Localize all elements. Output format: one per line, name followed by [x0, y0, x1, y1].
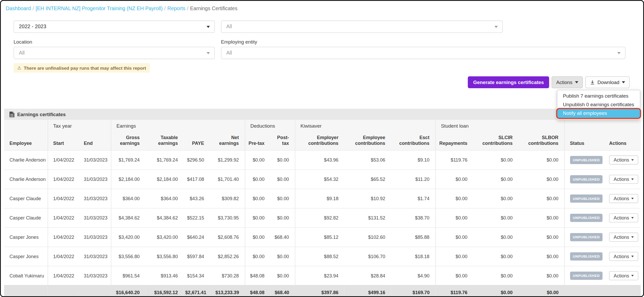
table-row: Casper Claude1/04/202231/03/2023$4,384.6…: [4, 208, 641, 228]
cell-taxable: $364.00: [146, 189, 184, 208]
column-header-start: Start: [48, 132, 78, 150]
cell-start: 1/04/2022: [48, 228, 78, 247]
cell-kiwi_employee: $102.60: [344, 228, 391, 247]
cell-kiwi_employee: $10.92: [344, 189, 391, 208]
cell-repayments: $0.00: [435, 266, 473, 285]
row-actions-button[interactable]: Actions: [609, 252, 638, 261]
cell-net: $1,299.92: [210, 150, 245, 170]
column-header-employee: Employee: [4, 132, 48, 150]
cell-end: 31/03/2023: [78, 208, 111, 228]
app-window: Dashboard/[EH INTERNAL NZ] Progenitor Tr…: [0, 0, 644, 297]
location-label: Location: [14, 39, 32, 45]
group-header-empty: [564, 120, 641, 132]
cell-slbor: $0.00: [518, 266, 564, 285]
secondary-filter-select[interactable]: All: [221, 21, 503, 33]
menu-item[interactable]: Publish 7 earnings certificates: [557, 92, 640, 100]
total-kiwi_employee: $499.16: [344, 285, 391, 297]
total-net: $13,233.39: [210, 285, 245, 297]
column-header-esct: Esct contributions: [391, 132, 436, 150]
warning-text: There are unfinalised pay runs that may …: [24, 66, 146, 70]
employing-entity-label: Employing entity: [221, 39, 257, 45]
total-esct: $169.70: [391, 285, 436, 297]
table-row: Charlie Anderson1/04/202231/03/2023$1,76…: [4, 150, 641, 170]
group-header: Kiwisaver: [295, 120, 436, 132]
cell-employee: Charlie Anderson: [4, 170, 48, 189]
cell-paye: $417.08: [184, 170, 210, 189]
unfinalised-payruns-warning: ⚠ There are unfinalised pay runs that ma…: [14, 63, 150, 73]
cell-taxable: $913.46: [146, 266, 184, 285]
chevron-down-icon: [631, 159, 634, 161]
breadcrumb-item[interactable]: Reports: [167, 6, 185, 11]
cell-gross: $4,384.62: [111, 208, 145, 228]
group-header-row: Tax yearEarningsDeductionsKiwisaverStude…: [4, 120, 641, 132]
actions-dropdown-button[interactable]: Actions: [552, 76, 583, 88]
column-header-net: Net earnings: [210, 132, 245, 150]
earnings-certificates-table: Tax yearEarningsDeductionsKiwisaverStude…: [4, 120, 641, 297]
row-actions-button[interactable]: Actions: [609, 175, 638, 184]
cell-net: $1,701.40: [210, 170, 245, 189]
column-header-slcir: SLCIR contributions: [473, 132, 518, 150]
cell-posttax: $68.40: [270, 228, 295, 247]
table-row: Casper Jones1/04/202231/03/2023$3,420.00…: [4, 228, 641, 247]
column-header-taxable: Taxable earnings: [146, 132, 184, 150]
menu-item[interactable]: Notify all employees: [557, 109, 640, 118]
total-taxable: $16,592.12: [146, 285, 184, 297]
generate-earnings-certificates-button[interactable]: Generate earnings certificates: [468, 76, 549, 88]
cell-slcir: $0.00: [473, 170, 518, 189]
cell-pretax: $0.00: [245, 228, 270, 247]
cell-start: 1/04/2022: [48, 170, 78, 189]
cell-kiwi_employer: $85.12: [295, 228, 344, 247]
employing-entity-value: All: [226, 50, 232, 56]
menu-item[interactable]: Unpublish 0 earnings certificates: [557, 100, 640, 109]
cell-posttax: $0.00: [270, 266, 295, 285]
cell-end: 31/03/2023: [78, 189, 111, 208]
breadcrumb-item[interactable]: [EH INTERNAL NZ] Progenitor Training (NZ…: [36, 6, 163, 11]
cell-taxable: $2,184.00: [146, 170, 184, 189]
chevron-down-icon: [631, 275, 634, 276]
group-header: Student loan: [435, 120, 564, 132]
download-icon: [590, 80, 595, 85]
status-badge: UNPUBLISHED: [570, 175, 602, 183]
total-slcir: $0.00: [473, 285, 518, 297]
chevron-down-icon: [631, 236, 634, 238]
row-actions-button[interactable]: Actions: [609, 156, 638, 165]
location-select[interactable]: All: [14, 47, 215, 59]
row-actions-button[interactable]: Actions: [609, 213, 638, 222]
total-repayments: $119.76: [435, 285, 473, 297]
row-actions-button[interactable]: Actions: [609, 233, 638, 242]
cell-actions: Actions: [604, 266, 641, 285]
status-badge: UNPUBLISHED: [570, 214, 602, 222]
cell-taxable: $3,420.00: [146, 228, 184, 247]
row-actions-button[interactable]: Actions: [609, 194, 638, 203]
cell-employee: Casper Claude: [4, 189, 48, 208]
actions-menu: Publish 7 earnings certificatesUnpublish…: [557, 90, 640, 120]
table-row: Casper Jones1/04/202231/03/2023$3,556.80…: [4, 247, 641, 266]
row-actions-button[interactable]: Actions: [609, 271, 638, 280]
cell-esct: $85.88: [391, 228, 436, 247]
cell-posttax: $0.00: [270, 247, 295, 266]
total-slbor: $0.00: [518, 285, 564, 297]
cell-repayments: $0.00: [435, 208, 473, 228]
chevron-down-icon: [631, 179, 634, 180]
chevron-down-icon: [622, 81, 625, 83]
toolbar: Generate earnings certificates Actions D…: [468, 76, 630, 88]
breadcrumb-item[interactable]: Dashboard: [6, 6, 31, 11]
cell-employee: Cobalt Yukimaru: [4, 266, 48, 285]
cell-gross: $364.00: [111, 189, 145, 208]
tax-year-select[interactable]: 2022 - 2023: [14, 21, 215, 33]
cell-gross: $1,769.24: [111, 150, 145, 170]
employing-entity-select[interactable]: All: [221, 47, 625, 59]
breadcrumb: Dashboard/[EH INTERNAL NZ] Progenitor Tr…: [6, 6, 237, 11]
cell-repayments: $0.00: [435, 170, 473, 189]
total-actions: [604, 285, 641, 297]
cell-actions: Actions: [604, 170, 641, 189]
total-posttax: $68.40: [270, 285, 295, 297]
column-header-posttax: Post-tax: [270, 132, 295, 150]
cell-employee: Casper Jones: [4, 247, 48, 266]
cell-esct: $9.10: [391, 150, 436, 170]
chevron-down-icon: [207, 52, 210, 54]
cell-paye: $597.84: [184, 247, 210, 266]
breadcrumb-separator: /: [32, 6, 34, 11]
download-dropdown-button[interactable]: Download: [585, 76, 630, 88]
total-gross: $16,640.20: [111, 285, 145, 297]
